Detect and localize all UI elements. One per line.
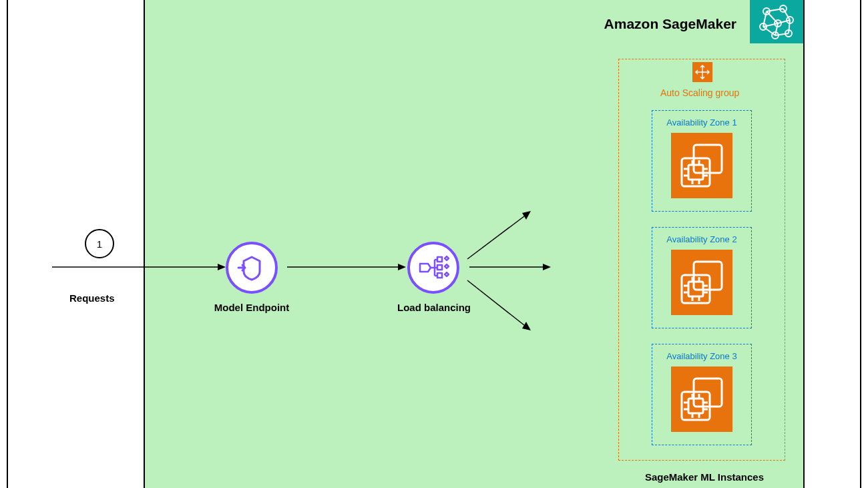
sagemaker-service-icon — [750, 0, 803, 43]
availability-zone-3-box: Availability Zone 3 — [652, 344, 752, 445]
arrow-requests-to-endpoint — [52, 264, 226, 277]
svg-line-9 — [767, 11, 778, 23]
availability-zone-1-box: Availability Zone 1 — [652, 110, 752, 212]
svg-marker-33 — [522, 211, 531, 220]
svg-rect-29 — [445, 256, 449, 260]
ml-instance-icon-2 — [671, 250, 732, 315]
availability-zone-3-label: Availability Zone 3 — [659, 351, 744, 361]
auto-scaling-icon — [692, 62, 712, 82]
step-1-badge: 1 — [85, 229, 114, 258]
svg-marker-18 — [218, 264, 226, 270]
arrow-lb-out-1 — [467, 211, 534, 271]
svg-rect-21 — [437, 257, 442, 262]
svg-line-16 — [763, 27, 775, 35]
svg-marker-37 — [522, 322, 531, 330]
auto-scaling-group-label: Auto Scaling group — [660, 87, 739, 98]
load-balancing-icon — [407, 242, 459, 294]
arrow-lb-out-2 — [469, 264, 551, 277]
svg-line-36 — [467, 280, 524, 325]
model-endpoint-icon — [226, 242, 278, 294]
instances-caption: SageMaker ML Instances — [641, 471, 768, 483]
requests-label: Requests — [69, 292, 115, 304]
model-endpoint-label: Model Endpoint — [208, 302, 296, 313]
svg-rect-22 — [437, 265, 442, 270]
svg-rect-30 — [445, 264, 449, 268]
svg-marker-20 — [398, 264, 406, 270]
svg-rect-23 — [437, 273, 442, 278]
availability-zone-2-box: Availability Zone 2 — [652, 227, 752, 328]
availability-zone-1-label: Availability Zone 1 — [659, 117, 744, 128]
svg-line-15 — [775, 33, 789, 35]
svg-rect-31 — [445, 272, 449, 276]
svg-line-14 — [789, 20, 790, 33]
svg-line-32 — [467, 216, 524, 259]
arrow-endpoint-to-lb — [287, 264, 406, 277]
ml-instance-icon-3 — [671, 367, 732, 432]
svg-marker-35 — [543, 264, 551, 270]
step-1-number: 1 — [97, 238, 102, 250]
arrow-lb-out-3 — [467, 277, 534, 337]
auto-scaling-group-box: Auto Scaling group Availability Zone 1 A… — [618, 59, 785, 461]
sagemaker-title: Amazon SageMaker — [604, 16, 736, 32]
availability-zone-2-label: Availability Zone 2 — [659, 234, 744, 244]
ml-instance-icon-1 — [671, 133, 732, 198]
